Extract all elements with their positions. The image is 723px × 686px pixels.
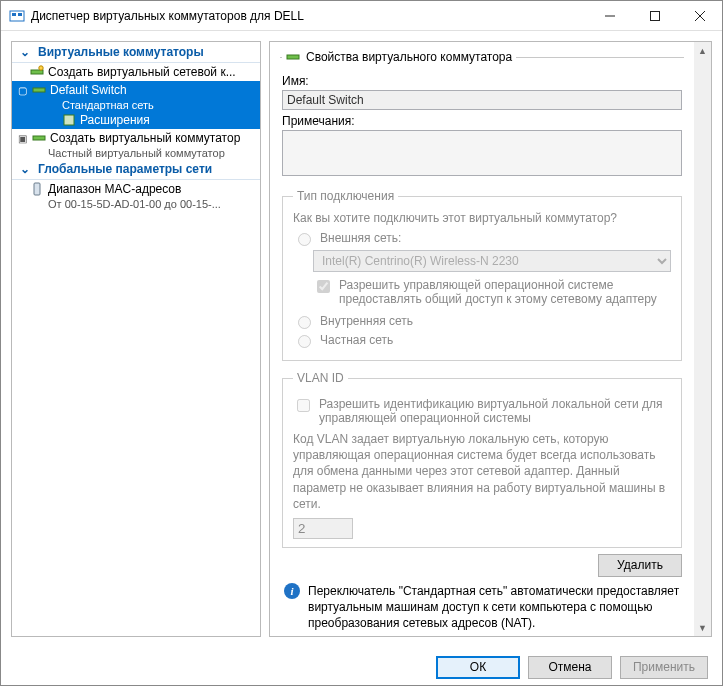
section-global-network: ⌄ Глобальные параметры сети: [12, 159, 260, 180]
switch-icon: [286, 50, 300, 64]
svg-rect-13: [287, 55, 299, 59]
svg-rect-11: [33, 136, 45, 140]
connection-question: Как вы хотите подключить этот виртуальны…: [293, 211, 671, 225]
tree-mac-range-sub: От 00-15-5D-AD-01-00 до 00-15-...: [12, 198, 260, 210]
radio-external-label: Внешняя сеть:: [320, 231, 401, 245]
info-row: i Переключатель "Стандартная сеть" автом…: [282, 577, 682, 634]
tree-item-label: Диапазон MAC-адресов: [48, 182, 181, 196]
section-virtual-switches: ⌄ Виртуальные коммутаторы: [12, 42, 260, 63]
titlebar: Диспетчер виртуальных коммутаторов для D…: [1, 1, 722, 31]
svg-rect-10: [64, 115, 74, 125]
svg-rect-2: [18, 13, 22, 16]
radio-private-label: Частная сеть: [320, 333, 393, 347]
allow-mgmt-checkbox: [317, 280, 330, 293]
tree-item-label: Создать виртуальный коммутатор: [50, 131, 240, 145]
adapter-select: Intel(R) Centrino(R) Wireless-N 2230: [313, 250, 671, 272]
svg-rect-9: [33, 88, 45, 92]
notes-textarea[interactable]: [282, 130, 682, 176]
radio-private: [298, 335, 311, 348]
cancel-button[interactable]: Отмена: [528, 656, 612, 679]
left-panel: ⌄ Виртуальные коммутаторы Создать виртуа…: [11, 41, 261, 637]
vlan-group: VLAN ID Разрешить идентификацию виртуаль…: [282, 371, 682, 548]
window-title: Диспетчер виртуальных коммутаторов для D…: [31, 9, 587, 23]
svg-rect-1: [12, 13, 16, 16]
scroll-down-icon[interactable]: ▼: [694, 619, 711, 636]
switch-icon: [32, 83, 46, 97]
name-input[interactable]: [282, 90, 682, 110]
switch-icon: [32, 131, 46, 145]
info-icon: i: [284, 583, 300, 599]
close-button[interactable]: [677, 1, 722, 31]
right-panel: Свойства виртуального коммутатора Имя: П…: [269, 41, 712, 637]
expand-icon[interactable]: ▣: [16, 133, 28, 144]
vlan-id-input: [293, 518, 353, 539]
collapse-icon[interactable]: ▢: [16, 85, 28, 96]
tree-default-switch-sub: Стандартная сеть: [12, 99, 260, 111]
chevron-down-icon: ⌄: [18, 162, 32, 176]
tree-new-virtual-switch[interactable]: Создать виртуальный сетевой к...: [12, 63, 260, 81]
name-label: Имя:: [282, 74, 682, 88]
content-area: ⌄ Виртуальные коммутаторы Создать виртуа…: [1, 31, 722, 647]
properties-legend: Свойства виртуального коммутатора: [282, 50, 516, 64]
tree-default-switch[interactable]: ▢ Default Switch: [12, 81, 260, 99]
tree-extensions[interactable]: Расширения: [12, 111, 260, 129]
section-label: Глобальные параметры сети: [38, 162, 212, 176]
section-label: Виртуальные коммутаторы: [38, 45, 204, 59]
delete-button[interactable]: Удалить: [598, 554, 682, 577]
allow-mgmt-label: Разрешить управляющей операционной систе…: [339, 278, 671, 306]
radio-internal: [298, 316, 311, 329]
vlan-enable-checkbox: [297, 399, 310, 412]
notes-label: Примечания:: [282, 114, 682, 128]
scrollbar[interactable]: ▲ ▼: [694, 42, 711, 636]
tree-item-label: Расширения: [80, 113, 150, 127]
minimize-button[interactable]: [587, 1, 632, 31]
chevron-down-icon: ⌄: [18, 45, 32, 59]
mac-icon: [30, 182, 44, 196]
connection-type-group: Тип подключения Как вы хотите подключить…: [282, 189, 682, 361]
svg-rect-12: [34, 183, 40, 195]
apply-button[interactable]: Применить: [620, 656, 708, 679]
svg-point-8: [39, 66, 43, 70]
radio-internal-label: Внутренняя сеть: [320, 314, 413, 328]
tree-mac-range[interactable]: Диапазон MAC-адресов: [12, 180, 260, 198]
switch-new-icon: [30, 65, 44, 79]
tree-create-switch[interactable]: ▣ Создать виртуальный коммутатор: [12, 129, 260, 147]
radio-external: [298, 233, 311, 246]
tree-item-label: Создать виртуальный сетевой к...: [48, 65, 236, 79]
tree-item-label: Default Switch: [50, 83, 127, 97]
app-icon: [9, 8, 25, 24]
connection-type-legend: Тип подключения: [293, 189, 398, 203]
tree-create-switch-sub: Частный виртуальный коммутатор: [12, 147, 260, 159]
maximize-button[interactable]: [632, 1, 677, 31]
info-text: Переключатель "Стандартная сеть" автомат…: [308, 583, 680, 632]
vlan-description: Код VLAN задает виртуальную локальную се…: [293, 431, 671, 512]
vlan-enable-label: Разрешить идентификацию виртуальной лока…: [319, 397, 671, 425]
button-bar: ОК Отмена Применить: [1, 647, 722, 686]
legend-text: Свойства виртуального коммутатора: [306, 50, 512, 64]
ok-button[interactable]: ОК: [436, 656, 520, 679]
svg-rect-4: [650, 11, 659, 20]
scroll-up-icon[interactable]: ▲: [694, 42, 711, 59]
extensions-icon: [62, 113, 76, 127]
vlan-legend: VLAN ID: [293, 371, 348, 385]
